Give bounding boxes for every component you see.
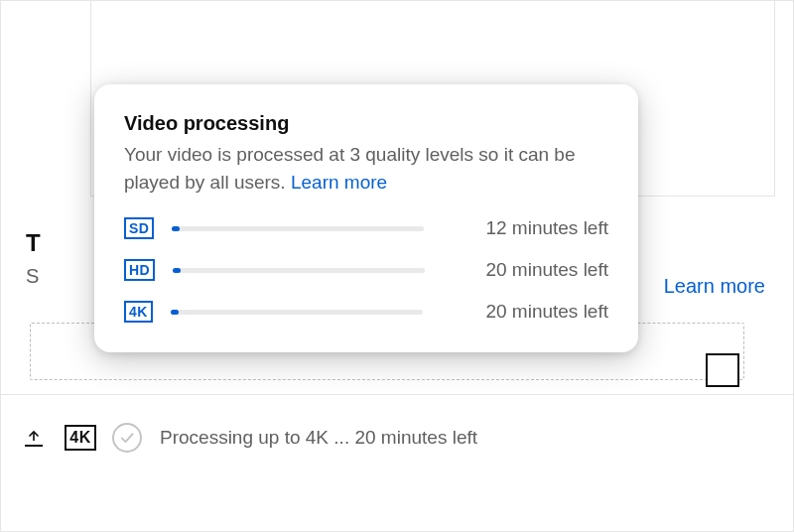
quality-badge-4k-icon: 4K [65,425,96,451]
processing-level-hd: HD 20 minutes left [124,259,608,281]
quality-badge-hd-icon: HD [124,259,155,281]
check-circle-icon [112,423,142,453]
processing-status-text: Processing up to 4K ... 20 minutes left [160,427,477,449]
eta-sd: 12 minutes left [485,217,608,239]
processing-levels: SD 12 minutes left HD 20 minutes left 4K… [124,217,608,323]
progress-bar-4k [171,310,423,315]
learn-more-link[interactable]: Learn more [291,172,387,193]
quality-badge-sd-icon: SD [124,217,154,239]
learn-more-link[interactable]: Learn more [664,275,765,298]
divider [1,394,793,395]
upload-status-bar: 4K Processing up to 4K ... 20 minutes le… [1,408,793,467]
progress-bar-hd [173,268,425,273]
thumbnail-placeholder [706,353,739,387]
progress-fill [171,310,179,315]
popup-description: Your video is processed at 3 quality lev… [124,141,608,196]
processing-level-4k: 4K 20 minutes left [124,301,608,323]
progress-bar-sd [172,226,424,231]
eta-4k: 20 minutes left [485,301,608,323]
eta-hd: 20 minutes left [485,259,608,281]
quality-badge-4k-icon: 4K [124,301,153,323]
progress-fill [173,268,181,273]
section-subtext: S [26,265,39,288]
popup-title: Video processing [124,112,608,135]
video-processing-popup: Video processing Your video is processed… [94,84,638,352]
section-heading: T [26,229,41,257]
progress-fill [172,226,180,231]
processing-level-sd: SD 12 minutes left [124,217,608,239]
upload-icon [23,427,45,449]
